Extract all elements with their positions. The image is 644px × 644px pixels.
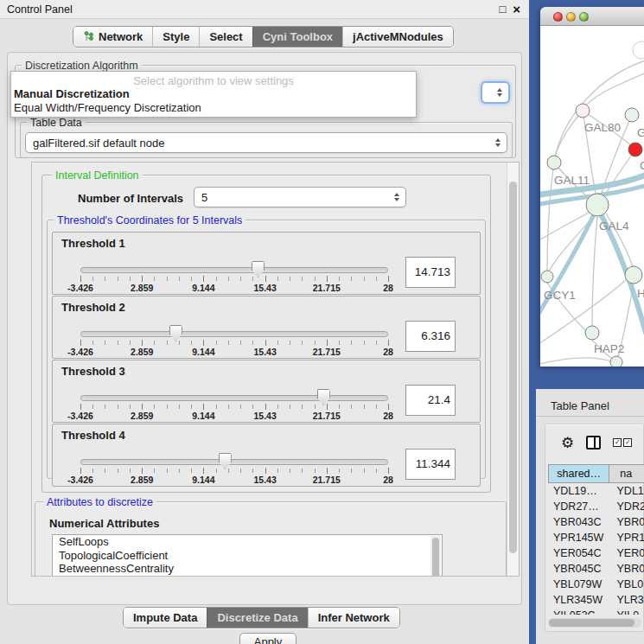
mode-tab-infer-network[interactable]: Infer Network: [308, 608, 399, 628]
network-edge[interactable]: [583, 73, 644, 110]
mode-tab-impute-data[interactable]: Impute Data: [124, 608, 207, 628]
network-node[interactable]: [586, 194, 609, 216]
slider-minor-ticks: [80, 405, 389, 409]
zoom-traffic-light-icon[interactable]: [579, 12, 589, 22]
network-edge[interactable]: [554, 111, 583, 160]
slider-major-tick: [203, 276, 204, 282]
threshold-value-field[interactable]: 11.344: [405, 449, 456, 480]
gear-icon[interactable]: ⚙: [561, 436, 574, 450]
apply-button[interactable]: Apply: [239, 633, 296, 644]
slider-tick-label: 2.859: [131, 347, 153, 357]
algorithm-dropdown-popup: Select algorithm to view settings Manual…: [10, 71, 417, 118]
network-node[interactable]: [585, 326, 599, 340]
table-row[interactable]: YBR045CYBR0: [548, 561, 644, 577]
table-data-combobox[interactable]: galFiltered.sif default node: [25, 132, 507, 153]
attributes-list-scrollbar[interactable]: [430, 536, 441, 577]
split-columns-icon[interactable]: [586, 436, 601, 450]
close-icon[interactable]: ×: [513, 0, 520, 19]
network-node[interactable]: [576, 104, 590, 118]
cyni-mode-tab-bar: Impute DataDiscretize DataInfer Network: [123, 607, 400, 628]
attribute-list-item[interactable]: TopologicalCoefficient: [53, 549, 442, 563]
network-node[interactable]: [628, 143, 642, 156]
float-window-icon[interactable]: □: [499, 0, 506, 19]
network-node[interactable]: [610, 356, 622, 367]
tab-select[interactable]: Select: [199, 27, 252, 47]
threshold-panel-3: Threshold 3-3.4262.8599.14415.4321.71528…: [52, 360, 481, 423]
slider-minor-ticks: [80, 469, 389, 473]
tab-label: Network: [99, 30, 143, 43]
table-panel-window: Table Panel ⚙ ✓ ✓ shared…na YDL19…YDL1YD…: [536, 389, 644, 644]
threshold-value-field[interactable]: 6.316: [405, 321, 456, 352]
threshold-label: Threshold 2: [61, 301, 125, 314]
network-node[interactable]: [625, 266, 642, 284]
table-cell: YLR345W: [548, 592, 610, 608]
slider-thumb[interactable]: [252, 261, 265, 277]
network-node[interactable]: [633, 41, 644, 59]
slider-track[interactable]: [80, 331, 388, 337]
tab-style[interactable]: Style: [152, 27, 199, 47]
table-column-header[interactable]: na: [609, 464, 644, 483]
network-edge[interactable]: [547, 163, 554, 271]
thresholds-group-label: Threshold's Coordinates for 5 Intervals: [54, 214, 245, 226]
threshold-value-field[interactable]: 21.4: [405, 385, 456, 416]
table-row[interactable]: YDL19…YDL1: [548, 483, 644, 499]
table-column-header[interactable]: shared…: [548, 464, 609, 483]
tab-label: Style: [163, 30, 189, 43]
table-row[interactable]: YPR145WYPR1: [548, 530, 644, 545]
combo-stepper-icon: [394, 193, 399, 201]
slider-minor-ticks: [80, 341, 389, 345]
network-node[interactable]: [541, 271, 553, 283]
slider-track[interactable]: [80, 395, 388, 401]
table-row[interactable]: YIL053CYIL0: [548, 608, 644, 615]
algorithm-combobox-focused[interactable]: [481, 81, 510, 104]
slider-tick-label: 15.43: [253, 283, 276, 293]
threshold-panel-4: Threshold 4-3.4262.8599.14415.4321.71528…: [52, 424, 481, 487]
network-edge[interactable]: [540, 358, 611, 365]
slider-major-tick: [327, 404, 328, 410]
close-traffic-light-icon[interactable]: [553, 12, 563, 22]
table-horizontal-scrollbar[interactable]: [548, 618, 641, 628]
slider-track[interactable]: [80, 267, 388, 273]
table-row[interactable]: YLR345WYLR3: [548, 592, 644, 608]
network-node[interactable]: [547, 156, 561, 169]
attribute-list-item[interactable]: BetweennessCentrality: [53, 562, 442, 576]
table-row[interactable]: YBL079WYBL0: [548, 577, 644, 592]
select-all-checkbox-icon[interactable]: ✓: [613, 438, 622, 447]
table-row[interactable]: YBR043CYBR0: [548, 514, 644, 530]
numerical-attributes-list[interactable]: SelfLoopsTopologicalCoefficientBetweenne…: [52, 534, 443, 577]
attribute-list-item[interactable]: SelfLoops: [53, 535, 442, 549]
settings-scrollbar[interactable]: [507, 163, 519, 576]
slider-track[interactable]: [80, 459, 388, 465]
slider-tick-label: 9.144: [192, 347, 214, 357]
threshold-panel-1: Threshold 1-3.4262.8599.14415.4321.71528…: [52, 232, 481, 295]
slider-major-tick: [80, 340, 81, 346]
slider-major-tick: [388, 340, 389, 346]
select-none-checkbox-icon[interactable]: ✓: [623, 438, 632, 447]
network-node-label: H: [637, 287, 644, 300]
number-of-intervals-combobox[interactable]: 5: [194, 187, 406, 207]
tab-network[interactable]: Network: [73, 27, 152, 47]
interval-definition-group-label: Interval Definition: [52, 169, 143, 182]
tab-jactivemnodules[interactable]: jActiveMNodules: [342, 27, 453, 47]
slider-major-tick: [142, 404, 143, 410]
slider-thumb[interactable]: [169, 325, 182, 341]
tab-cyni-toolbox[interactable]: Cyni Toolbox: [252, 27, 342, 47]
minimize-traffic-light-icon[interactable]: [566, 12, 576, 22]
algorithm-option-manual[interactable]: Manual Discretization: [11, 87, 416, 101]
algorithm-option-equal-width[interactable]: Equal Width/Frequency Discretization: [11, 101, 416, 115]
slider-tick-label: 28: [383, 347, 393, 357]
slider-minor-ticks: [80, 277, 389, 281]
network-edge[interactable]: [592, 216, 597, 326]
slider-thumb[interactable]: [317, 389, 330, 405]
slider-thumb[interactable]: [219, 453, 232, 469]
slider-tick-label: -3.426: [67, 411, 93, 421]
network-canvas[interactable]: GAL80G.CGAL11GAL4GCY1HHAP2: [540, 26, 644, 367]
mode-tab-discretize-data[interactable]: Discretize Data: [207, 608, 307, 628]
table-row[interactable]: YDR27…YDR2: [548, 499, 644, 514]
threshold-value-field[interactable]: 14.713: [405, 257, 456, 288]
table-row[interactable]: YER054CYER0: [548, 545, 644, 561]
combo-stepper-icon: [497, 88, 502, 97]
network-node[interactable]: [625, 108, 639, 122]
table-cell: YBL079W: [548, 577, 610, 592]
algorithm-placeholder-option[interactable]: Select algorithm to view settings: [11, 72, 416, 87]
